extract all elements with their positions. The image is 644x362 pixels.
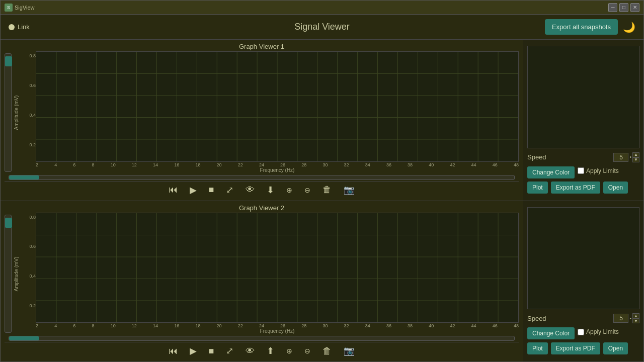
main-content: Graph Viewer 1 Amplitude (mV) 0.8 0.6 0.… xyxy=(1,40,643,361)
speed-down-1[interactable]: ▼ xyxy=(632,157,639,162)
speed-dot-1: • xyxy=(629,154,631,160)
graph2-slider-handle[interactable] xyxy=(5,218,12,228)
graph1-y-axis-label: Amplitude (mV) xyxy=(12,51,21,174)
graph1-zoom-in-button[interactable]: ⊕ xyxy=(284,185,294,195)
window-title: SigView xyxy=(15,5,608,11)
graph1-progress-slider[interactable] xyxy=(9,175,515,180)
graph2-eye-button[interactable]: 👁 xyxy=(244,345,257,357)
export-snapshots-button[interactable]: Export all snapshots xyxy=(545,19,618,35)
app-header: Link Signal Viewer Export all snapshots … xyxy=(1,15,643,40)
graph2-progress-slider[interactable] xyxy=(9,336,515,341)
theme-toggle-button[interactable]: 🌙 xyxy=(623,22,635,32)
graph2-wrapper: Amplitude (mV) 0.8 0.6 0.4 0.2 xyxy=(5,213,519,335)
graph2-section: Graph Viewer 2 Amplitude (mV) 0.8 0.6 0.… xyxy=(1,201,523,362)
graph2-snapshot-button[interactable]: 📷 xyxy=(342,344,357,357)
graph2-y-axis-label: Amplitude (mV) xyxy=(12,213,21,335)
apply-limits-label-2: Apply Limits xyxy=(586,328,619,335)
action-buttons-row-2: Plot Export as PDF Open xyxy=(527,342,639,354)
speed-up-1[interactable]: ▲ xyxy=(632,152,639,157)
graph2-y-ticks: 0.8 0.6 0.4 0.2 xyxy=(21,213,36,335)
export-pdf-button-1[interactable]: Export as PDF xyxy=(551,182,600,194)
action-buttons-row-1: Plot Export as PDF Open xyxy=(527,182,639,194)
speed-down-2[interactable]: ▼ xyxy=(632,318,639,323)
graph2-plot[interactable] xyxy=(36,213,519,323)
side-panel: Speed 5 • ▲ ▼ Change Color xyxy=(523,40,643,361)
graph2-x-axis-label: Frequency (Hz) xyxy=(36,328,519,334)
buttons-row-1: Change Color Apply Limits xyxy=(527,166,639,178)
graph2-title: Graph Viewer 2 xyxy=(5,204,519,212)
graph1-y-ticks: 0.8 0.6 0.4 0.2 xyxy=(21,51,36,174)
graph2-slider-fill xyxy=(9,336,39,340)
apply-limits-row-1: Apply Limits xyxy=(578,167,619,174)
graph1-rewind-button[interactable]: ⏮ xyxy=(167,184,180,196)
graph2-controls: ⏮ ▶ ■ ⤢ 👁 ⬆ ⊕ ⊖ 🗑 📷 xyxy=(5,342,519,359)
speed-value-1: 5 xyxy=(613,153,628,162)
graph1-snapshot-button[interactable]: 📷 xyxy=(342,184,357,197)
graphs-panel: Graph Viewer 1 Amplitude (mV) 0.8 0.6 0.… xyxy=(1,40,523,361)
graph2-upload-button[interactable]: ⬆ xyxy=(265,344,276,357)
graph1-title: Graph Viewer 1 xyxy=(5,43,519,50)
buttons-row-2: Change Color Apply Limits xyxy=(527,327,639,339)
speed-value-box-2: 5 • ▲ ▼ xyxy=(613,313,639,323)
plot-button-1[interactable]: Plot xyxy=(527,182,548,194)
graph2-expand-button[interactable]: ⤢ xyxy=(224,344,235,357)
graph2-delete-button[interactable]: 🗑 xyxy=(320,345,334,357)
apply-limits-row-2: Apply Limits xyxy=(578,328,619,335)
open-button-2[interactable]: Open xyxy=(603,342,628,354)
graph1-play-button[interactable]: ▶ xyxy=(188,184,199,197)
graph1-controls: ⏮ ▶ ■ ⤢ 👁 ⬇ ⊕ ⊖ 🗑 📷 xyxy=(5,181,519,199)
side-panel-1-plot xyxy=(527,46,639,148)
speed-spinner-2[interactable]: ▲ ▼ xyxy=(632,313,639,323)
graph1-eye-button[interactable]: 👁 xyxy=(244,184,257,196)
graph1-zoom-out-button[interactable]: ⊖ xyxy=(302,185,312,195)
minimize-button[interactable]: ─ xyxy=(608,3,617,12)
graph1-wrapper: Amplitude (mV) 0.8 0.6 0.4 0.2 xyxy=(5,51,519,174)
graph1-stop-button[interactable]: ■ xyxy=(207,184,216,196)
graph1-plot[interactable] xyxy=(36,51,519,162)
apply-limits-label-1: Apply Limits xyxy=(586,167,619,174)
window-controls: ─ □ ✕ xyxy=(608,3,639,12)
side-panel-2: Speed 5 • ▲ ▼ Change Color xyxy=(523,201,643,362)
graph1-section: Graph Viewer 1 Amplitude (mV) 0.8 0.6 0.… xyxy=(1,40,523,201)
app-title: Signal Viewer xyxy=(294,22,350,32)
graph2-play-button[interactable]: ▶ xyxy=(188,344,199,357)
plot-button-2[interactable]: Plot xyxy=(527,342,548,354)
link-dot xyxy=(9,24,15,30)
open-button-1[interactable]: Open xyxy=(603,182,628,194)
maximize-button[interactable]: □ xyxy=(619,3,628,12)
change-color-button-2[interactable]: Change Color xyxy=(527,327,575,339)
speed-value-box-1: 5 • ▲ ▼ xyxy=(613,152,639,162)
change-color-button-1[interactable]: Change Color xyxy=(527,166,575,178)
graph2-stop-button[interactable]: ■ xyxy=(207,345,216,357)
speed-spinner-1[interactable]: ▲ ▼ xyxy=(632,152,639,162)
graph1-slider-fill xyxy=(9,175,39,179)
speed-dot-2: • xyxy=(629,316,631,321)
app-icon: S xyxy=(5,4,13,12)
apply-limits-checkbox-1[interactable] xyxy=(578,167,584,174)
side-panel-2-plot xyxy=(527,207,639,310)
graph2-zoom-out-button[interactable]: ⊖ xyxy=(302,346,312,356)
graph1-expand-button[interactable]: ⤢ xyxy=(224,184,235,197)
export-pdf-button-2[interactable]: Export as PDF xyxy=(551,342,600,354)
speed-row-2: Speed 5 • ▲ ▼ xyxy=(527,313,639,323)
speed-label-2: Speed xyxy=(527,315,546,322)
graph2-zoom-in-button[interactable]: ⊕ xyxy=(284,346,294,356)
graph1-slider-handle[interactable] xyxy=(5,56,12,66)
graph1-delete-button[interactable]: 🗑 xyxy=(320,184,334,196)
close-button[interactable]: ✕ xyxy=(630,3,639,12)
side-panel-1: Speed 5 • ▲ ▼ Change Color xyxy=(523,40,643,201)
graph2-rewind-button[interactable]: ⏮ xyxy=(167,345,180,357)
speed-value-2: 5 xyxy=(613,314,628,323)
link-indicator: Link xyxy=(9,23,30,31)
speed-row-1: Speed 5 • ▲ ▼ xyxy=(527,152,639,162)
graph1-left-slider[interactable] xyxy=(5,53,12,172)
speed-label-1: Speed xyxy=(527,153,546,161)
main-window: S SigView ─ □ ✕ Link Signal Viewer Expor… xyxy=(0,0,644,362)
title-bar: S SigView ─ □ ✕ xyxy=(1,1,643,15)
speed-up-2[interactable]: ▲ xyxy=(632,313,639,318)
graph1-download-button[interactable]: ⬇ xyxy=(265,184,276,197)
graph2-left-slider[interactable] xyxy=(5,215,12,333)
link-label: Link xyxy=(18,23,30,31)
graph1-x-axis-label: Frequency (Hz) xyxy=(36,167,519,173)
apply-limits-checkbox-2[interactable] xyxy=(578,329,584,335)
